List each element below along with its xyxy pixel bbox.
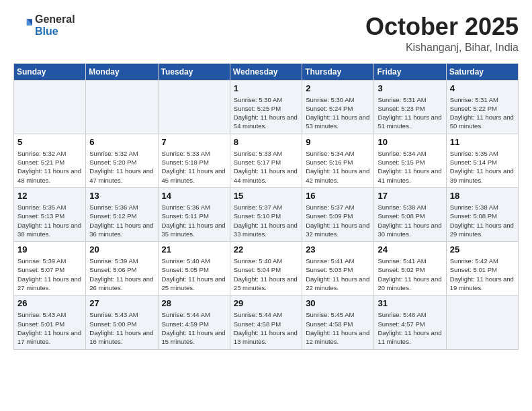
- calendar-cell: 15Sunrise: 5:37 AMSunset: 5:10 PMDayligh…: [230, 187, 302, 241]
- day-info: Sunrise: 5:34 AMSunset: 5:16 PMDaylight:…: [306, 149, 370, 185]
- day-info: Sunrise: 5:35 AMSunset: 5:13 PMDaylight:…: [17, 203, 82, 238]
- day-number: 29: [234, 298, 298, 308]
- day-info: Sunrise: 5:31 AMSunset: 5:22 PMDaylight:…: [450, 95, 515, 131]
- day-info: Sunrise: 5:36 AMSunset: 5:11 PMDaylight:…: [162, 203, 226, 238]
- day-info: Sunrise: 5:38 AMSunset: 5:08 PMDaylight:…: [450, 203, 515, 238]
- day-number: 30: [306, 298, 370, 308]
- calendar-cell: 12Sunrise: 5:35 AMSunset: 5:13 PMDayligh…: [14, 187, 86, 241]
- calendar-week-2: 5Sunrise: 5:32 AMSunset: 5:21 PMDaylight…: [14, 134, 519, 187]
- calendar-cell: 30Sunrise: 5:45 AMSunset: 4:58 PMDayligh…: [302, 295, 374, 349]
- day-info: Sunrise: 5:43 AMSunset: 5:01 PMDaylight:…: [17, 310, 82, 346]
- day-info: Sunrise: 5:35 AMSunset: 5:14 PMDaylight:…: [450, 149, 515, 185]
- day-number: 6: [89, 137, 154, 147]
- calendar-cell: 13Sunrise: 5:36 AMSunset: 5:12 PMDayligh…: [86, 187, 158, 241]
- day-info: Sunrise: 5:30 AMSunset: 5:24 PMDaylight:…: [306, 95, 370, 131]
- day-number: 13: [89, 191, 154, 201]
- calendar-cell: [86, 80, 158, 134]
- day-info: Sunrise: 5:40 AMSunset: 5:04 PMDaylight:…: [234, 257, 298, 292]
- day-info: Sunrise: 5:32 AMSunset: 5:20 PMDaylight:…: [89, 149, 154, 185]
- calendar-cell: 31Sunrise: 5:46 AMSunset: 4:57 PMDayligh…: [374, 295, 446, 349]
- weekday-header-row: SundayMondayTuesdayWednesdayThursdayFrid…: [14, 63, 519, 80]
- day-info: Sunrise: 5:34 AMSunset: 5:15 PMDaylight:…: [378, 149, 442, 185]
- weekday-header-friday: Friday: [374, 63, 446, 80]
- day-number: 2: [306, 83, 370, 93]
- day-number: 27: [89, 298, 154, 308]
- calendar-cell: 1Sunrise: 5:30 AMSunset: 5:25 PMDaylight…: [230, 80, 302, 134]
- calendar-cell: 22Sunrise: 5:40 AMSunset: 5:04 PMDayligh…: [230, 242, 302, 295]
- calendar-cell: 21Sunrise: 5:40 AMSunset: 5:05 PMDayligh…: [158, 242, 230, 295]
- day-number: 20: [89, 244, 154, 255]
- title-block: October 2025 Kishanganj, Bihar, India: [365, 13, 519, 54]
- logo: General Blue: [13, 13, 75, 38]
- day-info: Sunrise: 5:40 AMSunset: 5:05 PMDaylight:…: [162, 257, 226, 292]
- calendar-cell: 17Sunrise: 5:38 AMSunset: 5:08 PMDayligh…: [374, 187, 446, 241]
- day-number: 17: [378, 191, 442, 201]
- weekday-header-tuesday: Tuesday: [158, 63, 230, 80]
- weekday-header-thursday: Thursday: [302, 63, 374, 80]
- location: Kishanganj, Bihar, India: [365, 42, 519, 54]
- day-info: Sunrise: 5:30 AMSunset: 5:25 PMDaylight:…: [234, 95, 298, 131]
- calendar-cell: 4Sunrise: 5:31 AMSunset: 5:22 PMDaylight…: [446, 80, 518, 134]
- calendar-header: General Blue October 2025 Kishanganj, Bi…: [13, 13, 519, 54]
- day-number: 15: [234, 191, 298, 201]
- day-number: 23: [306, 244, 370, 255]
- day-number: 25: [450, 244, 515, 255]
- day-number: 9: [306, 137, 370, 147]
- day-info: Sunrise: 5:36 AMSunset: 5:12 PMDaylight:…: [89, 203, 154, 238]
- day-number: 26: [17, 298, 82, 308]
- calendar-cell: 19Sunrise: 5:39 AMSunset: 5:07 PMDayligh…: [14, 242, 86, 295]
- day-number: 8: [234, 137, 298, 147]
- day-info: Sunrise: 5:39 AMSunset: 5:06 PMDaylight:…: [89, 257, 154, 292]
- calendar-cell: 18Sunrise: 5:38 AMSunset: 5:08 PMDayligh…: [446, 187, 518, 241]
- weekday-header-saturday: Saturday: [446, 63, 518, 80]
- day-number: 19: [17, 244, 82, 255]
- weekday-header-wednesday: Wednesday: [230, 63, 302, 80]
- day-info: Sunrise: 5:44 AMSunset: 4:59 PMDaylight:…: [162, 310, 226, 346]
- day-info: Sunrise: 5:37 AMSunset: 5:10 PMDaylight:…: [234, 203, 298, 238]
- logo-icon: [13, 16, 32, 35]
- day-number: 28: [162, 298, 226, 308]
- day-number: 10: [378, 137, 442, 147]
- day-info: Sunrise: 5:38 AMSunset: 5:08 PMDaylight:…: [378, 203, 442, 238]
- calendar-cell: [158, 80, 230, 134]
- day-number: 12: [17, 191, 82, 201]
- calendar-cell: 10Sunrise: 5:34 AMSunset: 5:15 PMDayligh…: [374, 134, 446, 187]
- day-info: Sunrise: 5:33 AMSunset: 5:18 PMDaylight:…: [162, 149, 226, 185]
- day-info: Sunrise: 5:42 AMSunset: 5:01 PMDaylight:…: [450, 257, 515, 292]
- day-number: 3: [378, 83, 442, 93]
- calendar-cell: 20Sunrise: 5:39 AMSunset: 5:06 PMDayligh…: [86, 242, 158, 295]
- day-info: Sunrise: 5:31 AMSunset: 5:23 PMDaylight:…: [378, 95, 442, 131]
- calendar-cell: 27Sunrise: 5:43 AMSunset: 5:00 PMDayligh…: [86, 295, 158, 349]
- calendar-table: SundayMondayTuesdayWednesdayThursdayFrid…: [13, 63, 519, 350]
- calendar-cell: [446, 295, 518, 349]
- calendar-cell: 23Sunrise: 5:41 AMSunset: 5:03 PMDayligh…: [302, 242, 374, 295]
- calendar-week-1: 1Sunrise: 5:30 AMSunset: 5:25 PMDaylight…: [14, 80, 519, 134]
- calendar-cell: 28Sunrise: 5:44 AMSunset: 4:59 PMDayligh…: [158, 295, 230, 349]
- day-info: Sunrise: 5:46 AMSunset: 4:57 PMDaylight:…: [378, 310, 442, 346]
- day-info: Sunrise: 5:41 AMSunset: 5:03 PMDaylight:…: [306, 257, 370, 292]
- calendar-week-4: 19Sunrise: 5:39 AMSunset: 5:07 PMDayligh…: [14, 242, 519, 295]
- day-number: 4: [450, 83, 515, 93]
- day-number: 5: [17, 137, 82, 147]
- calendar-cell: 26Sunrise: 5:43 AMSunset: 5:01 PMDayligh…: [14, 295, 86, 349]
- calendar-cell: 6Sunrise: 5:32 AMSunset: 5:20 PMDaylight…: [86, 134, 158, 187]
- day-number: 21: [162, 244, 226, 255]
- day-number: 14: [162, 191, 226, 201]
- calendar-cell: 25Sunrise: 5:42 AMSunset: 5:01 PMDayligh…: [446, 242, 518, 295]
- calendar-cell: 24Sunrise: 5:41 AMSunset: 5:02 PMDayligh…: [374, 242, 446, 295]
- day-number: 7: [162, 137, 226, 147]
- calendar-cell: 11Sunrise: 5:35 AMSunset: 5:14 PMDayligh…: [446, 134, 518, 187]
- calendar-cell: 2Sunrise: 5:30 AMSunset: 5:24 PMDaylight…: [302, 80, 374, 134]
- logo-blue: Blue: [35, 26, 58, 37]
- day-number: 1: [234, 83, 298, 93]
- day-info: Sunrise: 5:44 AMSunset: 4:58 PMDaylight:…: [234, 310, 298, 346]
- day-number: 24: [378, 244, 442, 255]
- day-info: Sunrise: 5:43 AMSunset: 5:00 PMDaylight:…: [89, 310, 154, 346]
- calendar-cell: 3Sunrise: 5:31 AMSunset: 5:23 PMDaylight…: [374, 80, 446, 134]
- day-info: Sunrise: 5:37 AMSunset: 5:09 PMDaylight:…: [306, 203, 370, 238]
- weekday-header-monday: Monday: [86, 63, 158, 80]
- calendar-cell: 7Sunrise: 5:33 AMSunset: 5:18 PMDaylight…: [158, 134, 230, 187]
- day-info: Sunrise: 5:32 AMSunset: 5:21 PMDaylight:…: [17, 149, 82, 185]
- day-number: 11: [450, 137, 515, 147]
- logo-general: General: [35, 13, 75, 25]
